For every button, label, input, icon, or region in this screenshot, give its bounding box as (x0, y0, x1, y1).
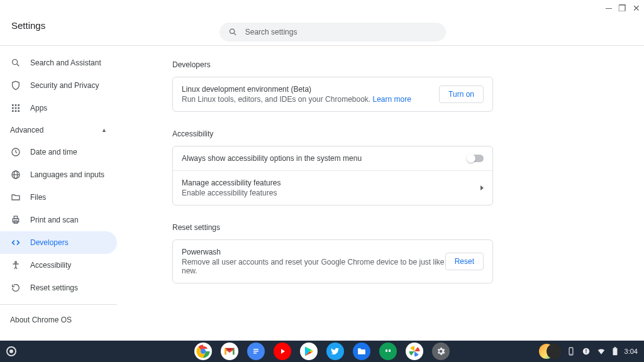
sidebar-item-apps[interactable]: Apps (0, 97, 117, 119)
close-icon[interactable]: ✕ (633, 4, 640, 13)
photos-icon[interactable] (406, 343, 423, 360)
svg-rect-18 (14, 216, 17, 219)
linux-dev-sub-text: Run Linux tools, editors, and IDEs on yo… (182, 95, 373, 104)
chevron-right-icon (480, 185, 484, 190)
reset-icon (10, 282, 21, 293)
learn-more-link[interactable]: Learn more (373, 95, 411, 104)
manage-accessibility-sub: Enable accessibility features (182, 189, 280, 197)
search-bar[interactable] (219, 23, 446, 41)
launcher-button[interactable] (6, 346, 16, 356)
hangouts-icon[interactable] (379, 343, 397, 360)
developers-card: Linux development environment (Beta) Run… (172, 77, 493, 112)
gmail-icon[interactable] (221, 343, 238, 360)
linux-dev-sub: Run Linux tools, editors, and IDEs on yo… (182, 95, 411, 104)
shelf: 3:04 (0, 341, 644, 362)
clock-text: 3:04 (625, 348, 638, 355)
status-tray[interactable]: 3:04 (539, 343, 638, 360)
avatar-stack[interactable] (539, 343, 560, 360)
folder-icon (10, 192, 21, 203)
linux-dev-title: Linux development environment (Beta) (182, 85, 411, 94)
svg-line-3 (17, 64, 19, 66)
sidebar-item-label: Apps (30, 104, 47, 112)
svg-rect-8 (15, 107, 17, 109)
powerwash-sub: Remove all user accounts and reset your … (182, 258, 445, 275)
svg-rect-10 (12, 110, 14, 112)
manage-accessibility-row[interactable]: Manage accessibility features Enable acc… (173, 170, 492, 205)
sidebar-item-label: Security and Privacy (30, 81, 99, 90)
svg-point-38 (586, 353, 587, 354)
svg-point-20 (15, 261, 17, 263)
launcher-icon (6, 346, 16, 356)
svg-rect-11 (15, 110, 17, 112)
search-input[interactable] (245, 28, 437, 36)
search-icon (228, 27, 238, 37)
settings-icon[interactable] (432, 343, 450, 360)
sidebar-item-label: Date and time (30, 148, 77, 156)
advanced-label: Advanced (10, 126, 43, 134)
sidebar-item-about[interactable]: About Chrome OS (0, 310, 117, 330)
svg-rect-26 (253, 353, 257, 354)
svg-rect-12 (18, 110, 19, 112)
sidebar-item-print-scan[interactable]: Print and scan (0, 209, 117, 231)
sidebar-item-reset-settings[interactable]: Reset settings (0, 277, 117, 299)
minimize-icon[interactable]: ─ (606, 4, 612, 13)
avatar-2 (547, 344, 562, 359)
twitter-icon[interactable] (326, 343, 344, 360)
sidebar-item-label: Languages and inputs (30, 170, 104, 179)
svg-marker-27 (281, 349, 285, 354)
notification-icon (582, 347, 591, 356)
svg-rect-24 (253, 349, 258, 350)
accessibility-icon (10, 260, 21, 271)
about-label: About Chrome OS (10, 315, 72, 324)
sidebar-item-label: Accessibility (30, 261, 71, 270)
docs-icon[interactable] (247, 343, 265, 360)
turn-on-button[interactable]: Turn on (439, 85, 484, 103)
sidebar-item-search-assistant[interactable]: Search and Assistant (0, 52, 117, 74)
sidebar-advanced-toggle[interactable]: Advanced ▲ (0, 119, 117, 141)
files-icon[interactable] (353, 343, 370, 360)
sidebar-item-languages[interactable]: Languages and inputs (0, 163, 117, 186)
powerwash-title: Powerwash (182, 248, 445, 256)
restore-icon[interactable]: ❐ (618, 4, 626, 13)
sidebar-item-label: Developers (30, 238, 69, 247)
youtube-icon[interactable] (274, 343, 291, 360)
battery-icon (612, 347, 618, 356)
sidebar: Search and Assistant Security and Privac… (0, 52, 117, 330)
wifi-icon (597, 347, 606, 356)
apps-icon (10, 102, 21, 114)
always-show-toggle[interactable] (467, 155, 484, 162)
sidebar-item-security-privacy[interactable]: Security and Privacy (0, 74, 117, 97)
svg-rect-7 (12, 107, 14, 109)
svg-rect-9 (18, 107, 19, 109)
reset-button[interactable]: Reset (445, 253, 484, 270)
svg-rect-37 (586, 349, 586, 352)
accessibility-card: Always show accessibility options in the… (172, 146, 493, 206)
svg-rect-25 (253, 351, 258, 352)
printer-icon (10, 214, 21, 226)
sidebar-item-label: Print and scan (30, 216, 79, 224)
shield-icon (10, 80, 21, 91)
powerwash-row: Powerwash Remove all user accounts and r… (173, 240, 492, 283)
header-divider (0, 45, 644, 46)
sidebar-item-developers[interactable]: Developers (0, 231, 117, 254)
svg-rect-33 (389, 349, 391, 352)
globe-icon (10, 169, 21, 180)
shelf-apps (194, 343, 450, 360)
svg-point-2 (13, 60, 18, 65)
sidebar-item-accessibility[interactable]: Accessibility (0, 254, 117, 277)
code-icon (10, 237, 21, 248)
svg-rect-6 (18, 104, 19, 106)
chrome-icon[interactable] (194, 343, 212, 360)
reset-card: Powerwash Remove all user accounts and r… (172, 239, 493, 283)
section-title-developers: Developers (172, 60, 493, 69)
section-title-accessibility: Accessibility (172, 129, 493, 138)
always-show-label: Always show accessibility options in the… (182, 154, 362, 163)
linux-dev-row: Linux development environment (Beta) Run… (173, 77, 492, 111)
play-store-icon[interactable] (300, 343, 318, 360)
section-title-reset: Reset settings (172, 223, 493, 232)
chevron-up-icon: ▲ (101, 127, 107, 133)
sidebar-item-date-time[interactable]: Date and time (0, 141, 117, 163)
svg-rect-39 (613, 348, 617, 355)
sidebar-item-files[interactable]: Files (0, 186, 117, 209)
always-show-row[interactable]: Always show accessibility options in the… (173, 146, 492, 170)
